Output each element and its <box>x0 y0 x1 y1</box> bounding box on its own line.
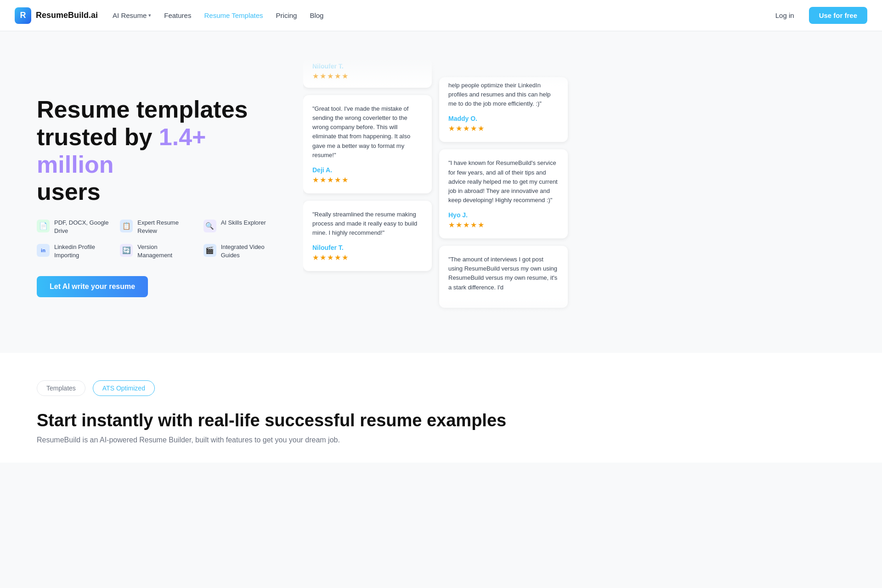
nav-features[interactable]: Features <box>164 11 191 19</box>
pdf-icon: 📄 <box>37 220 50 232</box>
version-icon: 🔄 <box>120 244 133 257</box>
linkedin-icon: in <box>37 244 50 257</box>
testimonial-author: Hyo J. <box>448 211 559 219</box>
feature-version-label: Version Management <box>137 243 192 260</box>
feature-pdf-label: PDF, DOCX, Google Drive <box>54 219 109 235</box>
testimonial-card: "The amount of interviews I got post usi… <box>439 246 568 308</box>
tab-ats-optimized[interactable]: ATS Optimized <box>93 380 155 396</box>
main-content: Resume templates trusted by 1.4+ million… <box>0 0 882 588</box>
feature-version: 🔄 Version Management <box>120 243 192 260</box>
hero-section: Resume templates trusted by 1.4+ million… <box>0 31 882 353</box>
hero-left: Resume templates trusted by 1.4+ million… <box>37 96 276 297</box>
nav-right: Log in Use for free <box>768 7 867 24</box>
testimonial-card: "Really streamlined the resume making pr… <box>303 201 432 271</box>
testimonial-card: help people optimize their LinkedIn prof… <box>439 77 568 142</box>
testimonials-right-col: help people optimize their LinkedIn prof… <box>439 77 568 334</box>
feature-pdf: 📄 PDF, DOCX, Google Drive <box>37 219 109 235</box>
feature-video: 🎬 Integrated Video Guides <box>204 243 276 260</box>
templates-tabs: Templates ATS Optimized <box>37 380 845 396</box>
nav-links: AI Resume ▾ Features Resume Templates Pr… <box>113 11 753 19</box>
navbar: R ResumeBuild.ai AI Resume ▾ Features Re… <box>0 0 882 31</box>
feature-expert-review: 📋 Expert Resume Review <box>120 219 192 235</box>
nav-blog[interactable]: Blog <box>310 11 323 19</box>
feature-ai-skills: 🔍 AI Skills Explorer <box>204 219 276 235</box>
nav-resume-templates[interactable]: Resume Templates <box>204 11 263 19</box>
testimonial-author: Niloufer T. <box>312 62 423 70</box>
testimonial-card: "I have known for ResumeBuild's service … <box>439 149 568 238</box>
feature-video-label: Integrated Video Guides <box>221 243 276 260</box>
hero-title: Resume templates trusted by 1.4+ million… <box>37 96 276 206</box>
testimonial-author: Maddy O. <box>448 115 559 122</box>
stars: ★★★★★ <box>312 253 423 262</box>
stars: ★★★★★ <box>312 175 423 184</box>
feature-linkedin: in Linkedin Profile Importing <box>37 243 109 260</box>
stars: ★★★★★ <box>448 220 559 229</box>
feature-ai-skills-label: AI Skills Explorer <box>221 219 266 227</box>
expert-review-icon: 📋 <box>120 220 133 232</box>
hero-features: 📄 PDF, DOCX, Google Drive 📋 Expert Resum… <box>37 219 276 260</box>
feature-linkedin-label: Linkedin Profile Importing <box>54 243 109 260</box>
login-button[interactable]: Log in <box>768 8 802 23</box>
nav-pricing[interactable]: Pricing <box>276 11 297 19</box>
use-for-free-button[interactable]: Use for free <box>809 7 867 24</box>
section-title: Start instantly with real-life successfu… <box>37 411 845 430</box>
testimonial-text: "Really streamlined the resume making pr… <box>312 210 423 237</box>
video-icon: 🎬 <box>204 244 216 257</box>
testimonial-text: "Great tool. I've made the mistake of se… <box>312 104 423 160</box>
testimonial-text: "I have known for ResumeBuild's service … <box>448 158 559 205</box>
tab-templates[interactable]: Templates <box>37 380 85 396</box>
ai-skills-icon: 🔍 <box>204 220 216 232</box>
testimonial-author: Deji A. <box>312 166 423 174</box>
testimonial-text: help people optimize their LinkedIn prof… <box>448 81 559 108</box>
stars: ★★★★★ <box>312 72 423 80</box>
logo-text: ResumeBuild.ai <box>36 11 98 20</box>
chevron-down-icon: ▾ <box>148 12 151 18</box>
templates-section: Templates ATS Optimized Start instantly … <box>0 353 882 463</box>
testimonial-text: "The amount of interviews I got post usi… <box>448 255 559 292</box>
logo-icon: R <box>15 7 31 24</box>
testimonials-area: Niloufer T. ★★★★★ "Great tool. I've made… <box>303 59 845 334</box>
testimonial-card: Niloufer T. ★★★★★ <box>303 59 432 88</box>
testimonials-left-col: Niloufer T. ★★★★★ "Great tool. I've made… <box>303 59 432 334</box>
feature-expert-review-label: Expert Resume Review <box>137 219 192 235</box>
ai-write-button[interactable]: Let AI write your resume <box>37 276 148 297</box>
section-subtitle: ResumeBuild is an AI-powered Resume Buil… <box>37 436 845 444</box>
stars: ★★★★★ <box>448 124 559 133</box>
testimonial-card: "Great tool. I've made the mistake of se… <box>303 95 432 193</box>
nav-ai-resume[interactable]: AI Resume ▾ <box>113 11 151 19</box>
nav-logo[interactable]: R ResumeBuild.ai <box>15 7 98 24</box>
testimonial-author: Niloufer T. <box>312 244 423 251</box>
